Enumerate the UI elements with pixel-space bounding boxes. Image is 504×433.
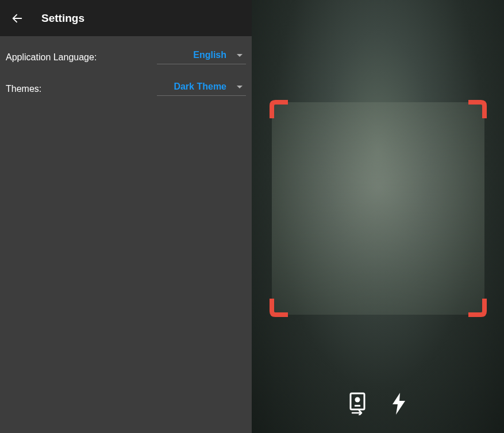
flash-icon[interactable]: [388, 392, 409, 416]
theme-dropdown[interactable]: Dark Theme: [157, 82, 246, 96]
language-value: English: [193, 50, 226, 60]
settings-header: Settings: [0, 0, 252, 36]
theme-value: Dark Theme: [174, 82, 226, 92]
svg-point-1: [355, 397, 360, 403]
scan-corner-bottom-left-icon: [270, 296, 290, 317]
language-setting-row: Application Language: English: [0, 36, 252, 68]
theme-label: Themes:: [6, 84, 41, 94]
language-dropdown[interactable]: English: [157, 50, 246, 64]
scan-corner-top-left-icon: [270, 100, 290, 121]
chevron-down-icon: [237, 86, 243, 88]
scanner-toolbar: [252, 392, 504, 416]
svg-rect-2: [355, 405, 360, 407]
chevron-down-icon: [237, 54, 243, 57]
theme-setting-row: Themes: Dark Theme: [0, 68, 252, 99]
switch-camera-icon[interactable]: [347, 392, 368, 416]
language-label: Application Language:: [6, 52, 97, 63]
scan-corner-top-right-icon: [466, 100, 487, 121]
page-title: Settings: [41, 12, 84, 25]
scan-corner-bottom-right-icon: [466, 296, 487, 317]
back-arrow-icon[interactable]: [10, 11, 24, 25]
settings-panel: Settings Application Language: English T…: [0, 0, 252, 433]
scan-frame: [272, 102, 484, 315]
scanner-panel: [252, 0, 504, 433]
